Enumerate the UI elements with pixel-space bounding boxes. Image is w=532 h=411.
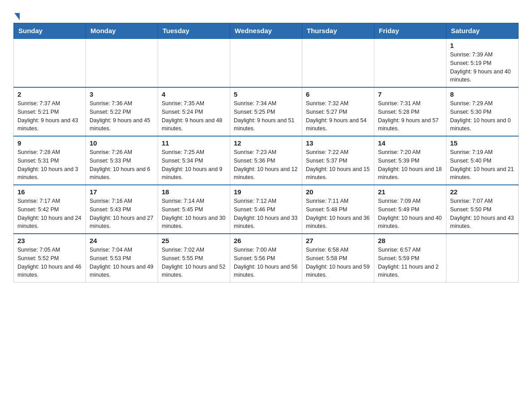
calendar-cell: 8Sunrise: 7:29 AMSunset: 5:30 PMDaylight…	[446, 87, 519, 136]
weekday-header-tuesday: Tuesday	[158, 23, 230, 39]
weekday-header-monday: Monday	[86, 23, 158, 39]
day-number: 24	[90, 237, 154, 244]
calendar-cell: 24Sunrise: 7:04 AMSunset: 5:53 PMDayligh…	[86, 234, 158, 283]
day-number: 7	[378, 90, 442, 98]
day-info: Sunrise: 7:31 AMSunset: 5:28 PMDaylight:…	[378, 99, 442, 133]
day-info: Sunrise: 7:02 AMSunset: 5:55 PMDaylight:…	[162, 246, 226, 279]
day-info: Sunrise: 7:07 AMSunset: 5:50 PMDaylight:…	[450, 197, 515, 231]
day-info: Sunrise: 7:25 AMSunset: 5:34 PMDaylight:…	[162, 148, 226, 182]
day-info: Sunrise: 7:12 AMSunset: 5:46 PMDaylight:…	[234, 197, 298, 231]
day-info: Sunrise: 7:39 AMSunset: 5:19 PMDaylight:…	[450, 51, 515, 84]
day-info: Sunrise: 7:16 AMSunset: 5:43 PMDaylight:…	[90, 197, 154, 231]
week-row-4: 16Sunrise: 7:17 AMSunset: 5:42 PMDayligh…	[14, 185, 519, 234]
day-number: 4	[162, 90, 226, 98]
day-info: Sunrise: 7:05 AMSunset: 5:52 PMDaylight:…	[17, 246, 82, 279]
day-number: 17	[90, 188, 154, 196]
day-info: Sunrise: 6:58 AMSunset: 5:58 PMDaylight:…	[306, 246, 370, 279]
day-number: 11	[162, 139, 226, 147]
day-number: 1	[450, 42, 515, 49]
day-number: 9	[17, 139, 82, 147]
calendar-cell: 20Sunrise: 7:11 AMSunset: 5:48 PMDayligh…	[302, 185, 374, 234]
calendar-cell: 15Sunrise: 7:19 AMSunset: 5:40 PMDayligh…	[446, 136, 519, 185]
calendar-cell: 6Sunrise: 7:32 AMSunset: 5:27 PMDaylight…	[302, 87, 374, 136]
calendar-cell	[446, 234, 519, 283]
day-info: Sunrise: 7:26 AMSunset: 5:33 PMDaylight:…	[90, 148, 154, 182]
weekday-header-saturday: Saturday	[446, 23, 519, 39]
day-info: Sunrise: 7:29 AMSunset: 5:30 PMDaylight:…	[450, 99, 515, 133]
day-number: 16	[17, 188, 82, 196]
day-number: 21	[378, 188, 442, 196]
day-number: 15	[450, 139, 515, 147]
day-number: 26	[234, 237, 298, 244]
day-info: Sunrise: 7:00 AMSunset: 5:56 PMDaylight:…	[234, 246, 298, 279]
calendar-cell	[14, 39, 86, 87]
day-number: 10	[90, 139, 154, 147]
day-info: Sunrise: 7:11 AMSunset: 5:48 PMDaylight:…	[306, 197, 370, 231]
calendar-cell: 21Sunrise: 7:09 AMSunset: 5:49 PMDayligh…	[374, 185, 446, 234]
day-info: Sunrise: 7:20 AMSunset: 5:39 PMDaylight:…	[378, 148, 442, 182]
calendar-cell	[86, 39, 158, 87]
calendar-cell: 26Sunrise: 7:00 AMSunset: 5:56 PMDayligh…	[230, 234, 302, 283]
calendar-cell: 12Sunrise: 7:23 AMSunset: 5:36 PMDayligh…	[230, 136, 302, 185]
day-number: 22	[450, 188, 515, 196]
day-info: Sunrise: 7:04 AMSunset: 5:53 PMDaylight:…	[90, 246, 154, 279]
day-number: 5	[234, 90, 298, 98]
day-number: 6	[306, 90, 370, 98]
day-number: 14	[378, 139, 442, 147]
calendar-table: SundayMondayTuesdayWednesdayThursdayFrid…	[13, 23, 519, 283]
day-number: 20	[306, 188, 370, 196]
day-info: Sunrise: 7:17 AMSunset: 5:42 PMDaylight:…	[17, 197, 82, 231]
day-number: 2	[17, 90, 82, 98]
day-info: Sunrise: 7:36 AMSunset: 5:22 PMDaylight:…	[90, 99, 154, 133]
calendar-cell: 28Sunrise: 6:57 AMSunset: 5:59 PMDayligh…	[374, 234, 446, 283]
day-info: Sunrise: 7:23 AMSunset: 5:36 PMDaylight:…	[234, 148, 298, 182]
calendar-cell: 18Sunrise: 7:14 AMSunset: 5:45 PMDayligh…	[158, 185, 230, 234]
week-row-3: 9Sunrise: 7:28 AMSunset: 5:31 PMDaylight…	[14, 136, 519, 185]
week-row-2: 2Sunrise: 7:37 AMSunset: 5:21 PMDaylight…	[14, 87, 519, 136]
weekday-header-friday: Friday	[374, 23, 446, 39]
calendar-cell: 19Sunrise: 7:12 AMSunset: 5:46 PMDayligh…	[230, 185, 302, 234]
day-info: Sunrise: 7:09 AMSunset: 5:49 PMDaylight:…	[378, 197, 442, 231]
weekday-header-thursday: Thursday	[302, 23, 374, 39]
calendar-cell: 14Sunrise: 7:20 AMSunset: 5:39 PMDayligh…	[374, 136, 446, 185]
calendar-cell: 27Sunrise: 6:58 AMSunset: 5:58 PMDayligh…	[302, 234, 374, 283]
calendar-cell: 5Sunrise: 7:34 AMSunset: 5:25 PMDaylight…	[230, 87, 302, 136]
week-row-5: 23Sunrise: 7:05 AMSunset: 5:52 PMDayligh…	[14, 234, 519, 283]
calendar-cell: 9Sunrise: 7:28 AMSunset: 5:31 PMDaylight…	[14, 136, 86, 185]
day-info: Sunrise: 7:22 AMSunset: 5:37 PMDaylight:…	[306, 148, 370, 182]
logo-arrow-icon	[14, 13, 20, 20]
calendar-cell	[374, 39, 446, 87]
calendar-cell: 13Sunrise: 7:22 AMSunset: 5:37 PMDayligh…	[302, 136, 374, 185]
calendar-cell	[302, 39, 374, 87]
day-info: Sunrise: 7:37 AMSunset: 5:21 PMDaylight:…	[17, 99, 82, 133]
day-number: 25	[162, 237, 226, 244]
day-info: Sunrise: 7:32 AMSunset: 5:27 PMDaylight:…	[306, 99, 370, 133]
calendar-cell: 17Sunrise: 7:16 AMSunset: 5:43 PMDayligh…	[86, 185, 158, 234]
calendar-cell: 1Sunrise: 7:39 AMSunset: 5:19 PMDaylight…	[446, 39, 519, 87]
day-info: Sunrise: 6:57 AMSunset: 5:59 PMDaylight:…	[378, 246, 442, 279]
week-row-1: 1Sunrise: 7:39 AMSunset: 5:19 PMDaylight…	[14, 39, 519, 87]
calendar-cell: 25Sunrise: 7:02 AMSunset: 5:55 PMDayligh…	[158, 234, 230, 283]
day-info: Sunrise: 7:35 AMSunset: 5:24 PMDaylight:…	[162, 99, 226, 133]
day-number: 13	[306, 139, 370, 147]
calendar-cell: 2Sunrise: 7:37 AMSunset: 5:21 PMDaylight…	[14, 87, 86, 136]
day-number: 12	[234, 139, 298, 147]
logo	[13, 9, 20, 18]
weekday-header-wednesday: Wednesday	[230, 23, 302, 39]
day-number: 27	[306, 237, 370, 244]
day-number: 8	[450, 90, 515, 98]
day-info: Sunrise: 7:34 AMSunset: 5:25 PMDaylight:…	[234, 99, 298, 133]
day-number: 3	[90, 90, 154, 98]
calendar-cell: 22Sunrise: 7:07 AMSunset: 5:50 PMDayligh…	[446, 185, 519, 234]
calendar-cell: 11Sunrise: 7:25 AMSunset: 5:34 PMDayligh…	[158, 136, 230, 185]
calendar-cell: 3Sunrise: 7:36 AMSunset: 5:22 PMDaylight…	[86, 87, 158, 136]
calendar-cell: 10Sunrise: 7:26 AMSunset: 5:33 PMDayligh…	[86, 136, 158, 185]
calendar-cell: 4Sunrise: 7:35 AMSunset: 5:24 PMDaylight…	[158, 87, 230, 136]
day-number: 18	[162, 188, 226, 196]
day-number: 19	[234, 188, 298, 196]
weekday-header-row: SundayMondayTuesdayWednesdayThursdayFrid…	[14, 23, 519, 39]
day-info: Sunrise: 7:28 AMSunset: 5:31 PMDaylight:…	[17, 148, 82, 182]
weekday-header-sunday: Sunday	[14, 23, 86, 39]
day-info: Sunrise: 7:14 AMSunset: 5:45 PMDaylight:…	[162, 197, 226, 231]
calendar-cell	[230, 39, 302, 87]
